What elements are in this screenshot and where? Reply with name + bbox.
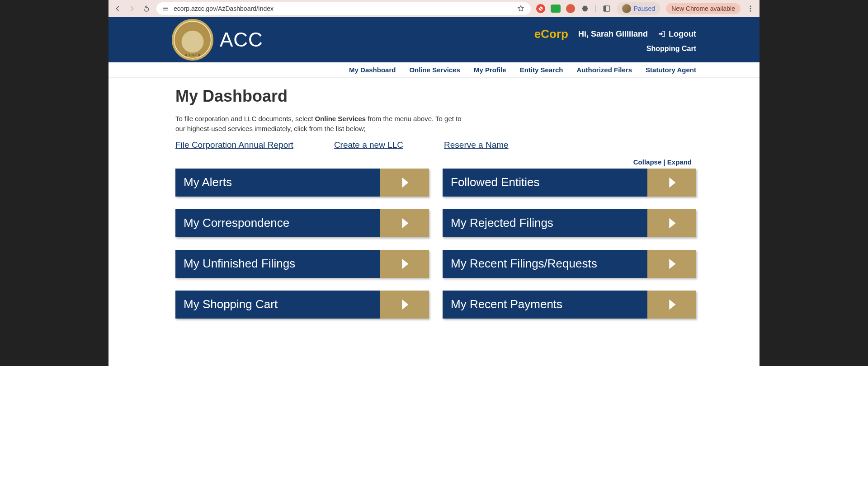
reload-icon[interactable] (142, 4, 151, 13)
extension-green-icon[interactable] (551, 5, 561, 13)
nav-my-dashboard[interactable]: My Dashboard (349, 66, 396, 74)
paused-label: Paused (634, 5, 655, 12)
url-text: ecorp.azcc.gov/AzDashboard/Index (174, 5, 274, 12)
panel-title: My Recent Payments (443, 291, 647, 319)
expand-button[interactable]: Expand (667, 158, 692, 166)
dashboard-panel-grid: My Alerts Followed Entities My Correspon… (175, 169, 696, 319)
back-icon[interactable] (113, 4, 122, 13)
logout-icon (658, 30, 666, 38)
link-file-annual-report[interactable]: File Corporation Annual Report (175, 140, 293, 150)
logout-button[interactable]: Logout (658, 29, 696, 39)
link-create-llc[interactable]: Create a new LLC (334, 140, 403, 150)
nav-authorized-filers[interactable]: Authorized Filers (577, 66, 632, 74)
chevron-right-icon (647, 209, 696, 237)
panel-unfinished-filings[interactable]: My Unfinished Filings (175, 250, 429, 278)
nav-statutory-agent[interactable]: Statutory Agent (646, 66, 696, 74)
site-header: ACC eCorp Hi, Sarah Gilliland Logout Sho… (108, 17, 760, 62)
page-title: My Dashboard (175, 87, 696, 106)
panel-title: My Shopping Cart (175, 291, 380, 319)
brand-acc: ACC (220, 28, 263, 51)
panel-title: My Unfinished Filings (175, 250, 380, 278)
chevron-right-icon (647, 169, 696, 197)
nav-my-profile[interactable]: My Profile (474, 66, 506, 74)
panel-recent-filings[interactable]: My Recent Filings/Requests (443, 250, 696, 278)
link-reserve-name[interactable]: Reserve a Name (444, 140, 509, 150)
svg-rect-2 (604, 6, 606, 11)
panel-followed-entities[interactable]: Followed Entities (443, 169, 696, 197)
state-seal-icon (172, 19, 213, 61)
profile-paused-button[interactable]: Paused (617, 2, 660, 15)
collapse-button[interactable]: Collapse (633, 158, 662, 166)
greeting-text: Hi, Sarah Gilliland (578, 29, 648, 39)
panel-my-alerts[interactable]: My Alerts (175, 169, 429, 197)
avatar-icon (622, 4, 631, 13)
panel-icon[interactable] (602, 4, 611, 13)
forward-icon[interactable] (127, 4, 137, 13)
browser-toolbar: ecorp.azcc.gov/AzDashboard/Index | Pause… (108, 0, 760, 17)
panel-title: My Correspondence (175, 209, 380, 237)
svg-point-4 (750, 8, 751, 9)
panel-my-shopping-cart[interactable]: My Shopping Cart (175, 291, 429, 319)
main-nav: My Dashboard Online Services My Profile … (108, 62, 760, 78)
panel-my-correspondence[interactable]: My Correspondence (175, 209, 429, 237)
chevron-right-icon (380, 291, 429, 319)
collapse-expand-row: Collapse | Expand (175, 158, 696, 166)
panel-title: My Alerts (175, 169, 380, 197)
quick-links: File Corporation Annual Report Create a … (175, 140, 696, 150)
panel-title: Followed Entities (443, 169, 647, 197)
chrome-update-button[interactable]: New Chrome available (666, 3, 741, 14)
main-content: My Dashboard To file corporation and LLC… (108, 78, 760, 337)
star-icon[interactable] (516, 4, 525, 13)
extensions-icon[interactable] (580, 4, 590, 13)
logout-label: Logout (669, 29, 696, 39)
panel-title: My Recent Filings/Requests (443, 250, 647, 278)
kebab-menu-icon[interactable] (746, 4, 755, 13)
address-bar[interactable]: ecorp.azcc.gov/AzDashboard/Index (156, 2, 531, 15)
svg-point-5 (750, 10, 751, 11)
extension-adblock-icon[interactable] (536, 4, 545, 13)
ecorp-label: eCorp (534, 27, 568, 41)
panel-title: My Rejected Filings (443, 209, 647, 237)
nav-entity-search[interactable]: Entity Search (520, 66, 563, 74)
panel-rejected-filings[interactable]: My Rejected Filings (443, 209, 696, 237)
svg-point-3 (750, 5, 751, 7)
chevron-right-icon (380, 209, 429, 237)
chevron-right-icon (647, 291, 696, 319)
intro-text: To file corporation and LLC documents, s… (175, 114, 465, 134)
site-settings-icon[interactable] (162, 5, 169, 12)
panel-recent-payments[interactable]: My Recent Payments (443, 291, 696, 319)
nav-online-services[interactable]: Online Services (409, 66, 460, 74)
chevron-right-icon (380, 250, 429, 278)
shopping-cart-link[interactable]: Shopping Cart (646, 45, 696, 53)
chevron-right-icon (647, 250, 696, 278)
chevron-right-icon (380, 169, 429, 197)
record-icon[interactable] (566, 4, 575, 13)
